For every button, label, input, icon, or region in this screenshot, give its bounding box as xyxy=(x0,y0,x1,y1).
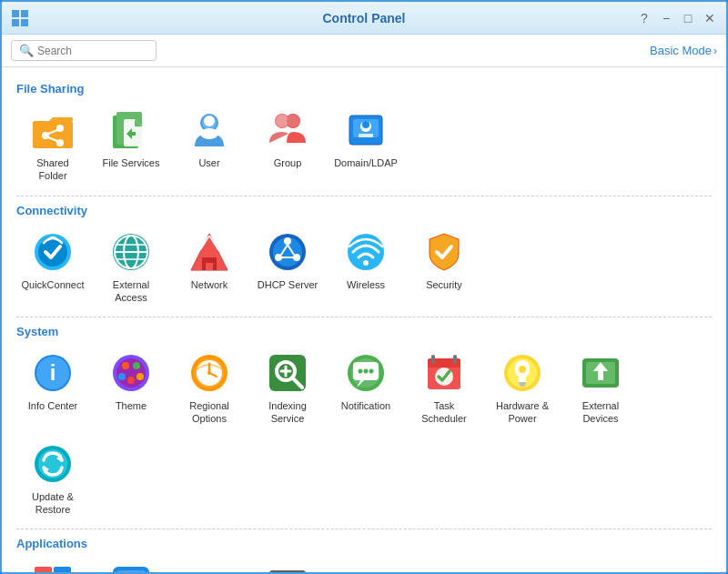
dhcp-server-label: DHCP Server xyxy=(258,278,318,291)
icon-grid-applications: Privileges ApplicationPortal xyxy=(16,558,712,572)
svg-rect-106 xyxy=(116,570,146,572)
section-title-applications: Applications xyxy=(16,537,712,550)
item-external-access[interactable]: External Access xyxy=(95,225,167,310)
svg-rect-27 xyxy=(359,134,373,137)
item-task-scheduler[interactable]: Task Scheduler xyxy=(408,346,480,431)
privileges-icon xyxy=(31,563,75,572)
section-applications: Applications Privileges xyxy=(16,537,712,572)
svg-text:i: i xyxy=(50,360,56,385)
item-security[interactable]: Security xyxy=(408,225,480,310)
titlebar-controls: ? − □ ✕ xyxy=(637,11,717,25)
help-button[interactable]: ? xyxy=(637,11,652,25)
item-theme[interactable]: Theme xyxy=(95,346,167,431)
security-label: Security xyxy=(426,278,462,291)
toolbar: 🔍 Basic Mode › xyxy=(2,35,726,67)
group-icon xyxy=(266,108,309,152)
shared-folder-icon xyxy=(31,108,75,152)
network-label: Network xyxy=(191,278,228,291)
svg-rect-87 xyxy=(453,355,457,364)
application-portal-icon xyxy=(109,563,153,572)
svg-point-17 xyxy=(200,128,218,139)
minimize-button[interactable]: − xyxy=(659,11,673,25)
svg-point-63 xyxy=(136,373,144,380)
notification-icon xyxy=(344,351,388,395)
svg-rect-86 xyxy=(431,355,435,364)
svg-point-80 xyxy=(359,369,363,374)
svg-rect-2 xyxy=(12,19,19,26)
search-box[interactable]: 🔍 xyxy=(11,40,157,61)
item-dhcp-server[interactable]: DHCP Server xyxy=(251,225,324,310)
user-icon xyxy=(187,108,231,152)
svg-point-60 xyxy=(122,362,129,369)
item-file-services[interactable]: File Services xyxy=(95,103,167,188)
icon-grid-file-sharing: SharedFolder File Services xyxy=(16,103,712,188)
domain-ldap-label: Domain/LDAP xyxy=(334,156,398,169)
info-center-label: Info Center xyxy=(28,399,77,412)
task-scheduler-label: Task Scheduler xyxy=(411,399,477,426)
quickconnect-label: QuickConnect xyxy=(21,278,84,291)
svg-rect-112 xyxy=(269,570,306,572)
svg-rect-42 xyxy=(206,263,213,270)
shared-folder-label: SharedFolder xyxy=(36,156,68,183)
indexing-service-label: IndexingService xyxy=(268,399,307,426)
item-regional-options[interactable]: RegionalOptions xyxy=(173,346,246,431)
item-domain-ldap[interactable]: Domain/LDAP xyxy=(329,103,402,188)
svg-rect-92 xyxy=(520,385,525,387)
item-user[interactable]: User xyxy=(173,103,246,188)
svg-rect-3 xyxy=(21,19,28,26)
item-shared-folder-sync[interactable]: Shared FolderSync xyxy=(173,558,246,572)
group-label: Group xyxy=(274,156,302,169)
item-hardware-power[interactable]: Hardware &Power xyxy=(486,346,559,431)
item-shared-folder[interactable]: SharedFolder xyxy=(16,103,89,188)
item-wireless[interactable]: Wireless xyxy=(329,225,402,310)
main-content: File Sharing SharedFolder xyxy=(2,67,726,572)
svg-point-16 xyxy=(204,116,215,126)
theme-label: Theme xyxy=(116,399,147,412)
item-application-portal[interactable]: ApplicationPortal xyxy=(95,558,167,572)
external-devices-label: ExternalDevices xyxy=(582,399,619,426)
item-network[interactable]: Network xyxy=(173,225,246,310)
external-devices-icon xyxy=(579,351,622,395)
svg-point-26 xyxy=(362,121,369,128)
control-panel-window: Control Panel ? − □ ✕ 🔍 Basic Mode › Fil… xyxy=(0,0,728,574)
section-title-system: System xyxy=(16,325,712,338)
theme-icon xyxy=(109,351,153,395)
update-restore-icon xyxy=(31,442,75,486)
app-icon xyxy=(11,9,29,27)
file-services-icon xyxy=(109,108,153,152)
item-indexing-service[interactable]: IndexingService xyxy=(251,346,324,431)
info-center-icon: i xyxy=(31,351,75,395)
shared-folder-sync-icon xyxy=(187,563,231,572)
window-title: Control Panel xyxy=(322,11,405,25)
item-group[interactable]: Group xyxy=(251,103,324,188)
indexing-service-icon xyxy=(266,351,309,395)
section-file-sharing: File Sharing SharedFolder xyxy=(16,82,712,188)
icon-grid-connectivity: QuickConnect External Access xyxy=(16,225,712,310)
divider-1 xyxy=(16,196,712,196)
task-scheduler-icon xyxy=(422,351,466,395)
svg-rect-0 xyxy=(12,10,19,17)
item-external-devices[interactable]: ExternalDevices xyxy=(564,346,637,431)
basic-mode-label: Basic Mode xyxy=(650,44,712,57)
item-info-center[interactable]: i Info Center xyxy=(16,346,89,431)
item-privileges[interactable]: Privileges xyxy=(16,558,89,572)
item-terminal-snmp[interactable]: >_ Terminal &SNMP xyxy=(251,558,324,572)
svg-point-81 xyxy=(364,369,369,374)
svg-point-54 xyxy=(363,260,369,266)
svg-point-61 xyxy=(133,362,140,369)
divider-2 xyxy=(16,317,712,317)
basic-mode-button[interactable]: Basic Mode › xyxy=(650,44,717,57)
close-button[interactable]: ✕ xyxy=(703,11,717,25)
item-update-restore[interactable]: Update &Restore xyxy=(16,437,89,522)
svg-point-49 xyxy=(293,254,300,261)
item-notification[interactable]: Notification xyxy=(329,346,402,431)
item-quickconnect[interactable]: QuickConnect xyxy=(16,225,89,310)
update-restore-label: Update &Restore xyxy=(32,490,74,517)
search-input[interactable] xyxy=(37,45,156,57)
maximize-button[interactable]: □ xyxy=(681,11,695,25)
svg-point-20 xyxy=(276,115,288,127)
wireless-icon xyxy=(344,230,388,274)
chevron-right-icon: › xyxy=(713,45,717,57)
svg-rect-85 xyxy=(428,364,460,368)
svg-point-62 xyxy=(118,373,126,380)
